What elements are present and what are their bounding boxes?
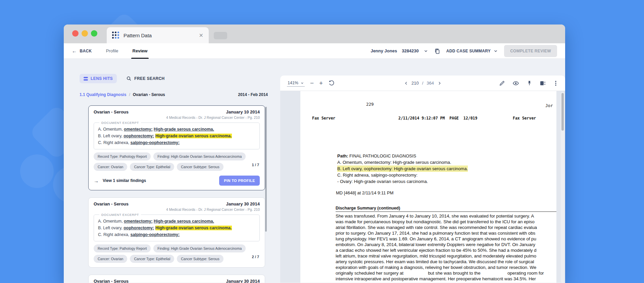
discharge-line: exploration with goals of making a diagn… xyxy=(336,265,556,270)
finding-source: 4 Medical Records - Dr. J Regional Cance… xyxy=(94,207,260,211)
discharge-summary-block: Discharge Summary (continued) She was tr… xyxy=(336,206,556,283)
discharge-line: lung physiology. Her FEV1 was 1.69. On J… xyxy=(336,236,556,242)
back-arrow-icon: ← xyxy=(72,48,77,54)
current-page[interactable]: 210 xyxy=(411,81,419,86)
pathology-line: C. Right adnexa, salpingo-oophorectomy: xyxy=(337,172,468,178)
more-menu-icon[interactable] xyxy=(553,80,558,86)
discharge-line: atrial fibrillation. She was managed wit… xyxy=(336,225,556,230)
excerpt-line: B. Left ovary, oophorectomy: High-grade … xyxy=(98,225,255,231)
pathology-line: - Ovary: High-grade ovarian serous carci… xyxy=(337,178,468,185)
discharge-line: left atrium, trace mitral valve regurgit… xyxy=(336,253,556,259)
browser-tab[interactable]: Pattern Data ✕ xyxy=(107,27,209,43)
scrollbar-thumb[interactable] xyxy=(561,93,564,131)
zoom-level-select[interactable]: 141% xyxy=(287,80,305,87)
pin-icon[interactable] xyxy=(527,80,532,86)
excerpt-line: A. Omentum, omentectomy: High-grade sero… xyxy=(98,126,255,133)
zoom-level-value: 141% xyxy=(288,81,298,85)
complete-review-button[interactable]: COMPLETE REVIEW xyxy=(504,45,557,57)
discharge-line: artery systolic pressures. Her exam was … xyxy=(336,259,556,265)
annotate-pencil-icon[interactable] xyxy=(499,80,505,86)
patient-id: 3284230 xyxy=(402,48,419,53)
pin-to-profile-button[interactable]: PIN TO PROFILE xyxy=(219,176,260,186)
breadcrumb-separator: / xyxy=(129,92,130,97)
excerpt-label: DOCUMENT EXCERPT xyxy=(99,213,141,217)
discharge-line: prior to surgery. On January 17, 2014, s… xyxy=(336,230,556,236)
finding-card[interactable]: Ovarian - Serous January 30 2014 4 Medic… xyxy=(88,197,265,268)
finding-counter: 1 / 7 xyxy=(252,163,259,167)
fax-server-left: Fax Server xyxy=(312,116,335,121)
breadcrumb-current: Ovarian - Serous xyxy=(133,92,165,97)
tab-lens-hits[interactable]: LENS HITS xyxy=(80,74,117,83)
excerpt-line: A. Omentum, omentectomy: High-grade sero… xyxy=(98,218,255,225)
document-viewport: 229 Jor Fax Server 2/11/2014 9:12:07 PM … xyxy=(280,91,565,283)
add-case-summary-label: ADD CASE SUMMARY xyxy=(446,49,491,53)
discharge-line: originally scheduled her surgery at but … xyxy=(336,270,556,276)
document-page: 229 Jor Fax Server 2/11/2014 9:12:07 PM … xyxy=(300,91,556,283)
chevron-down-icon xyxy=(300,81,304,85)
add-case-summary-button[interactable]: ADD CASE SUMMARY xyxy=(446,49,498,53)
document-excerpt: DOCUMENT EXCERPT A. Omentum, omentectomy… xyxy=(94,213,260,241)
tag-pill: Cancer Subtype: Serous xyxy=(177,163,223,171)
total-pages: 364 xyxy=(427,81,434,86)
app-navbar: ← BACK Profile Review Jenny Jones 328423… xyxy=(64,43,565,59)
finding-date: January 30 2014 xyxy=(226,279,260,283)
tab-free-search[interactable]: FREE SEARCH xyxy=(122,74,168,84)
tag-pill: Record Type: Pathology Report xyxy=(94,152,151,160)
tag-pill: Cancer Subtype: Serous xyxy=(177,255,223,263)
browser-window: Pattern Data ✕ ← BACK Profile Review Jen… xyxy=(64,25,565,283)
pages-panel-icon[interactable] xyxy=(540,80,546,86)
document-excerpt: DOCUMENT EXCERPT A. Omentum, omentectomy… xyxy=(94,121,260,149)
finding-title: Ovarian - Serous xyxy=(94,201,129,206)
zoom-window-button[interactable] xyxy=(91,30,97,37)
doc-page-number: 229 xyxy=(366,102,374,107)
document-scrollbar[interactable] xyxy=(561,92,564,283)
finding-title: Ovarian - Serous xyxy=(94,279,129,283)
tag-pill: Finding: High Grade Ovarian Serous Adeno… xyxy=(153,152,246,160)
zoom-in-button[interactable]: + xyxy=(319,80,323,87)
finding-card-list: Ovarian - Serous January 10 2014 4 Medic… xyxy=(88,105,265,283)
fax-timestamp: 2/11/2014 9:12:07 PM PAGE 12/019 xyxy=(398,116,477,121)
list-scrollbar[interactable] xyxy=(265,107,267,232)
list-icon xyxy=(84,77,88,81)
tab-title: Pattern Data xyxy=(123,33,199,38)
pathology-line: A. Omentum, omentectomy: High-grade sero… xyxy=(337,159,468,166)
search-icon xyxy=(126,76,132,81)
tag-pill: Cancer: Ovarian xyxy=(94,255,127,263)
tab-review[interactable]: Review xyxy=(133,43,148,59)
date-range-label: 2014 - Feb 2014 xyxy=(238,92,268,97)
chevron-down-icon xyxy=(424,49,428,53)
browser-chrome: Pattern Data ✕ xyxy=(64,25,565,43)
excerpt-line: C. Right adnexa, salpingo-oophorectomy: xyxy=(98,231,255,238)
lens-hits-panel: LENS HITS FREE SEARCH 1.1 Qualifying Dia… xyxy=(64,59,276,283)
view-similar-label: View 1 similar findings xyxy=(103,178,146,183)
breadcrumb-section-link[interactable]: 1.1 Qualifying Diagnosis xyxy=(80,92,126,97)
tab-profile[interactable]: Profile xyxy=(106,43,118,59)
finding-card[interactable]: Ovarian - Serous January 30 2014 4 Medic… xyxy=(88,275,265,283)
rotate-left-icon[interactable] xyxy=(328,80,335,86)
back-label: BACK xyxy=(80,49,92,53)
finding-card[interactable]: Ovarian - Serous January 10 2014 4 Medic… xyxy=(88,105,265,190)
finding-source: 4 Medical Records - Dr. J Regional Cance… xyxy=(94,115,260,120)
finding-counter: 2 / 7 xyxy=(252,255,259,259)
tag-pill: Finding: High Grade Ovarian Serous Adeno… xyxy=(153,244,246,252)
excerpt-line: B. Left ovary, oophorectomy: High-grade … xyxy=(98,133,255,139)
view-eye-icon[interactable] xyxy=(512,80,519,87)
previous-page-icon[interactable] xyxy=(404,81,408,85)
finding-title: Ovarian - Serous xyxy=(94,109,129,114)
discharge-line: intensive intraoperative and postoperati… xyxy=(336,276,556,282)
viewer-toolbar: 141% − + 210 / 364 xyxy=(280,76,565,91)
back-button[interactable]: ← BACK xyxy=(72,48,92,54)
discharge-line: embolism. On January 8, 2014, bilateral … xyxy=(336,242,556,247)
patient-selector[interactable]: Jenny Jones 3284230 xyxy=(370,48,428,53)
copy-icon[interactable] xyxy=(434,48,440,54)
view-similar-findings-link[interactable]: → View 1 similar findings xyxy=(94,178,146,184)
zoom-out-button[interactable]: − xyxy=(310,80,314,87)
tab-close-icon[interactable]: ✕ xyxy=(199,32,203,39)
inactive-tab[interactable] xyxy=(214,32,227,39)
next-page-icon[interactable] xyxy=(437,81,441,85)
lens-hits-label: LENS HITS xyxy=(91,76,113,81)
fax-server-right: Fax Server xyxy=(513,116,536,121)
minimize-window-button[interactable] xyxy=(82,30,88,37)
desktop-background: Pattern Data ✕ ← BACK Profile Review Jen… xyxy=(0,0,644,283)
close-window-button[interactable] xyxy=(72,30,79,37)
